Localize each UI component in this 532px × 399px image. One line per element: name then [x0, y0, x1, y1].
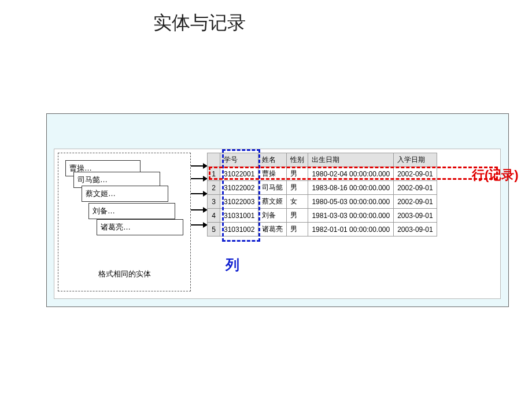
table-row: 1 31022001 曹操 男 1980-02-04 00:00:00.000 …	[208, 167, 437, 181]
page-title: 实体与记录	[153, 10, 246, 36]
row-number: 2	[208, 181, 220, 195]
cell-sex: 男	[287, 167, 308, 181]
cell-sex: 男	[287, 223, 308, 237]
table-row: 5 31031002 诸葛亮 男 1982-01-01 00:00:00.000…	[208, 223, 437, 237]
entity-card: 刘备…	[88, 203, 175, 219]
col-header-sex: 性别	[287, 153, 308, 167]
row-number: 1	[208, 167, 220, 181]
cell-id: 31031002	[220, 223, 258, 237]
col-header-id: 学号	[220, 153, 258, 167]
diagram-inner: 曹操… 司马懿… 蔡文姬… 刘备… 诸葛亮… 格式相同的实体 学号 姓名 性别 …	[54, 149, 501, 299]
cell-id: 31022002	[220, 181, 258, 195]
cell-name: 蔡文姬	[258, 195, 287, 209]
cell-name: 司马懿	[258, 181, 287, 195]
table-row: 4 31031001 刘备 男 1981-03-03 00:00:00.000 …	[208, 209, 437, 223]
entity-group: 曹操… 司马懿… 蔡文姬… 刘备… 诸葛亮… 格式相同的实体	[58, 153, 191, 291]
row-label: 行(记录)	[472, 167, 519, 184]
row-number: 4	[208, 209, 220, 223]
col-header-name: 姓名	[258, 153, 287, 167]
arrow-icon	[191, 209, 207, 210]
cell-sex: 女	[287, 195, 308, 209]
mapping-arrows	[191, 155, 208, 242]
table-row: 3 31022003 蔡文姬 女 1980-05-03 00:00:00.000…	[208, 195, 437, 209]
cell-name: 刘备	[258, 209, 287, 223]
cell-birth: 1980-05-03 00:00:00.000	[308, 195, 394, 209]
cell-enroll: 2003-09-01	[394, 209, 437, 223]
column-label: 列	[226, 256, 239, 274]
entity-card: 诸葛亮…	[97, 219, 183, 235]
cell-birth: 1980-02-04 00:00:00.000	[308, 167, 394, 181]
entity-caption: 格式相同的实体	[58, 269, 190, 279]
row-number: 5	[208, 223, 220, 237]
cell-enroll: 2002-09-01	[394, 167, 437, 181]
cell-birth: 1981-03-03 00:00:00.000	[308, 209, 394, 223]
row-number: 3	[208, 195, 220, 209]
records-table: 学号 姓名 性别 出生日期 入学日期 1 31022001 曹操 男 1980-…	[207, 153, 437, 237]
table-row: 2 31022002 司马懿 男 1983-08-16 00:00:00.000…	[208, 181, 437, 195]
cell-enroll: 2002-09-01	[394, 195, 437, 209]
entity-card: 蔡文姬…	[82, 186, 168, 202]
cell-id: 31031001	[220, 209, 258, 223]
arrow-icon	[191, 178, 207, 179]
col-header-enroll: 入学日期	[394, 153, 437, 167]
cell-id: 31022001	[220, 167, 258, 181]
arrow-icon	[191, 224, 207, 226]
cell-sex: 男	[287, 209, 308, 223]
cell-sex: 男	[287, 181, 308, 195]
cell-enroll: 2002-09-01	[394, 181, 437, 195]
cell-id: 31022003	[220, 195, 258, 209]
table-corner	[208, 153, 220, 167]
arrow-icon	[191, 193, 207, 194]
col-header-birth: 出生日期	[308, 153, 394, 167]
cell-birth: 1983-08-16 00:00:00.000	[308, 181, 394, 195]
table-header-row: 学号 姓名 性别 出生日期 入学日期	[208, 153, 437, 167]
diagram-panel: 曹操… 司马懿… 蔡文姬… 刘备… 诸葛亮… 格式相同的实体 学号 姓名 性别 …	[46, 113, 509, 307]
cell-enroll: 2003-09-01	[394, 223, 437, 237]
cell-name: 诸葛亮	[258, 223, 287, 237]
cell-birth: 1982-01-01 00:00:00.000	[308, 223, 394, 237]
arrow-icon	[191, 165, 207, 167]
cell-name: 曹操	[258, 167, 287, 181]
